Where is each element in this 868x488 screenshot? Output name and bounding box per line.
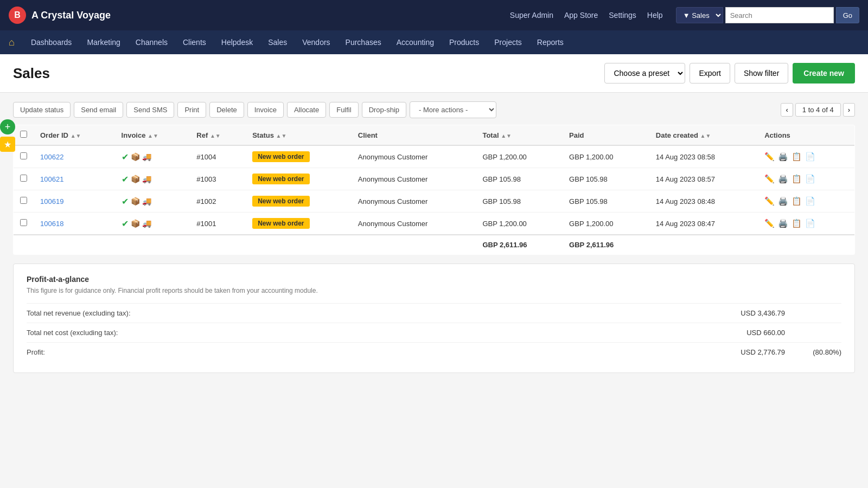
profit-title: Profit-at-a-glance bbox=[27, 275, 841, 284]
list-icon[interactable]: 📄 bbox=[805, 219, 815, 228]
copy-icon[interactable]: 📋 bbox=[792, 196, 802, 206]
search-bar: ▼ Sales Go bbox=[676, 7, 859, 23]
truck-icon: 🚚 bbox=[142, 197, 151, 206]
profit-rows: Total net revenue (excluding tax): USD 3… bbox=[27, 303, 841, 362]
sort-invoice-icon[interactable]: ▲▼ bbox=[148, 133, 158, 139]
nav-dashboards[interactable]: Dashboards bbox=[23, 30, 80, 54]
nav-purchases[interactable]: Purchases bbox=[338, 30, 389, 54]
search-input[interactable] bbox=[725, 7, 834, 23]
copy-icon[interactable]: 📋 bbox=[792, 174, 802, 184]
nav-accounting[interactable]: Accounting bbox=[389, 30, 442, 54]
order-id-link[interactable]: 100619 bbox=[40, 197, 63, 206]
row-total: GBP 105.98 bbox=[476, 190, 563, 213]
nav-products[interactable]: Products bbox=[442, 30, 487, 54]
nav-marketing[interactable]: Marketing bbox=[79, 30, 127, 54]
order-id-link[interactable]: 100622 bbox=[40, 153, 63, 161]
profit-row: Total net cost (excluding tax): USD 660.… bbox=[27, 323, 841, 342]
top-nav-super-admin[interactable]: Super Admin bbox=[510, 11, 553, 20]
fulfil-button[interactable]: Fulfil bbox=[329, 102, 358, 118]
table-row: 100619 ✔ 📦 🚚 #1002 New web order Anonymo… bbox=[14, 190, 855, 213]
row-date: 14 Aug 2023 08:57 bbox=[649, 168, 758, 190]
edit-icon[interactable]: ✏️ bbox=[764, 219, 775, 228]
star-indicator[interactable]: ★ bbox=[0, 137, 15, 152]
allocate-button[interactable]: Allocate bbox=[287, 102, 326, 118]
select-all-checkbox[interactable] bbox=[20, 131, 27, 138]
select-all-header bbox=[14, 125, 34, 146]
copy-icon[interactable]: 📋 bbox=[792, 152, 802, 162]
search-button[interactable]: Go bbox=[836, 7, 859, 23]
row-checkbox[interactable] bbox=[20, 219, 27, 226]
create-new-button[interactable]: Create new bbox=[793, 63, 855, 84]
sort-status-icon[interactable]: ▲▼ bbox=[276, 133, 287, 139]
sort-order-id-icon[interactable]: ▲▼ bbox=[71, 133, 81, 139]
show-filter-button[interactable]: Show filter bbox=[735, 63, 788, 84]
nav-projects[interactable]: Projects bbox=[487, 30, 529, 54]
row-checkbox[interactable] bbox=[20, 175, 27, 182]
print-icon[interactable]: 🖨️ bbox=[778, 152, 788, 162]
profit-row-value: USD 660.00 bbox=[720, 329, 785, 337]
nav-sales[interactable]: Sales bbox=[260, 30, 295, 54]
status-badge: New web order bbox=[252, 218, 309, 229]
sort-date-icon[interactable]: ▲▼ bbox=[700, 133, 711, 139]
row-checkbox-cell bbox=[14, 190, 34, 213]
preset-dropdown[interactable]: Choose a preset bbox=[604, 63, 685, 84]
export-button[interactable]: Export bbox=[690, 63, 730, 84]
row-client: Anonymous Customer bbox=[352, 213, 476, 235]
top-navbar: B A Crystal Voyage Super Admin App Store… bbox=[0, 0, 868, 30]
nav-clients[interactable]: Clients bbox=[175, 30, 214, 54]
print-icon[interactable]: 🖨️ bbox=[778, 196, 788, 206]
print-icon[interactable]: 🖨️ bbox=[778, 219, 788, 228]
top-nav-help[interactable]: Help bbox=[647, 11, 663, 20]
nav-helpdesk[interactable]: Helpdesk bbox=[214, 30, 260, 54]
invoice-button[interactable]: Invoice bbox=[247, 102, 284, 118]
top-nav-app-store[interactable]: App Store bbox=[564, 11, 598, 20]
list-icon[interactable]: 📄 bbox=[805, 174, 815, 184]
row-actions: ✏️ 🖨️ 📋 📄 bbox=[758, 213, 854, 235]
home-icon[interactable]: ⌂ bbox=[9, 37, 15, 48]
edit-icon[interactable]: ✏️ bbox=[764, 152, 775, 162]
nav-reports[interactable]: Reports bbox=[529, 30, 571, 54]
drop-ship-button[interactable]: Drop-ship bbox=[362, 102, 406, 118]
action-icons-group: ✏️ 🖨️ 📋 📄 bbox=[764, 219, 848, 228]
row-status: New web order bbox=[246, 213, 352, 235]
sort-ref-icon[interactable]: ▲▼ bbox=[210, 133, 221, 139]
list-icon[interactable]: 📄 bbox=[805, 196, 815, 206]
pagination-prev-button[interactable]: ‹ bbox=[781, 103, 793, 117]
order-id-link[interactable]: 100618 bbox=[40, 220, 63, 228]
profit-subtitle: This figure is for guidance only. Financ… bbox=[27, 287, 841, 294]
copy-icon[interactable]: 📋 bbox=[792, 219, 802, 228]
col-total: Total ▲▼ bbox=[476, 125, 563, 146]
nav-channels[interactable]: Channels bbox=[128, 30, 175, 54]
delete-button[interactable]: Delete bbox=[209, 102, 244, 118]
update-status-button[interactable]: Update status bbox=[13, 102, 71, 118]
add-indicator[interactable]: + bbox=[0, 119, 15, 134]
more-actions-dropdown[interactable]: - More actions - bbox=[410, 101, 496, 118]
print-icon[interactable]: 🖨️ bbox=[778, 174, 788, 184]
list-icon[interactable]: 📄 bbox=[805, 152, 815, 162]
check-icon: ✔ bbox=[122, 174, 129, 184]
status-badge: New web order bbox=[252, 151, 309, 162]
edit-icon[interactable]: ✏️ bbox=[764, 196, 775, 206]
action-toolbar: Update status Send email Send SMS Print … bbox=[13, 101, 855, 118]
brand-link[interactable]: B A Crystal Voyage bbox=[9, 7, 111, 24]
order-id-link[interactable]: 100621 bbox=[40, 175, 63, 183]
left-indicators: + ★ bbox=[0, 119, 15, 152]
search-scope-dropdown[interactable]: ▼ Sales bbox=[676, 7, 723, 23]
sort-total-icon[interactable]: ▲▼ bbox=[501, 133, 512, 139]
row-checkbox[interactable] bbox=[20, 197, 27, 204]
edit-icon[interactable]: ✏️ bbox=[764, 174, 775, 184]
profit-row-label: Profit: bbox=[27, 348, 720, 356]
pagination-next-button[interactable]: › bbox=[843, 103, 855, 117]
print-button[interactable]: Print bbox=[177, 102, 206, 118]
profit-row-pct: (80.80%) bbox=[798, 348, 841, 356]
top-nav-settings[interactable]: Settings bbox=[609, 11, 636, 20]
send-sms-button[interactable]: Send SMS bbox=[126, 102, 174, 118]
status-badge: New web order bbox=[252, 174, 309, 184]
nav-vendors[interactable]: Vendors bbox=[295, 30, 337, 54]
send-email-button[interactable]: Send email bbox=[74, 102, 123, 118]
row-invoice: ✔ 📦 🚚 bbox=[115, 145, 190, 168]
row-status: New web order bbox=[246, 145, 352, 168]
row-ref: #1001 bbox=[190, 213, 246, 235]
table-row: 100618 ✔ 📦 🚚 #1001 New web order Anonymo… bbox=[14, 213, 855, 235]
row-checkbox[interactable] bbox=[20, 152, 27, 159]
